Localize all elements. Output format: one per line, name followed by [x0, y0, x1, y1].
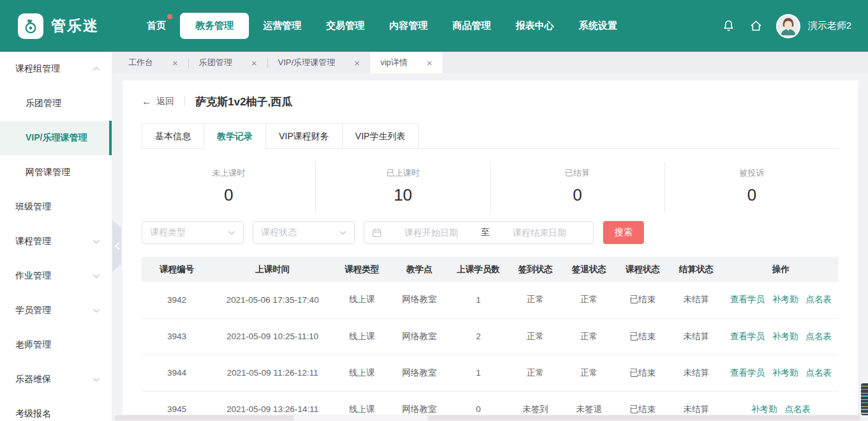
table-cell-checkin: 正常 — [509, 355, 562, 391]
sidebar-item[interactable]: 考级报名 — [0, 397, 112, 421]
row-action-link[interactable]: 补考勤 — [772, 295, 798, 304]
table-cell-status: 已结束 — [616, 391, 670, 415]
table-row: 39442021-05-09 11:26-12:11线上课网络教室1正常正常已结… — [142, 355, 839, 391]
back-button[interactable]: ← 返回 — [142, 96, 174, 107]
sidebar-item[interactable]: 课程管理 — [0, 224, 112, 259]
search-button[interactable]: 搜索 — [603, 221, 644, 244]
sidebar-item[interactable]: 学员管理 — [0, 293, 112, 328]
chevron-down-icon — [339, 229, 347, 236]
detail-card: ← 返回 萨克斯1v2柚子,西瓜 基本信息教学记录VIP课程财务VIP学生列表 … — [123, 80, 858, 415]
nav-menu-item-label: 商品管理 — [453, 20, 491, 31]
table-cell-checkout: 正常 — [562, 282, 616, 318]
collapse-sidebar-handle[interactable] — [112, 220, 121, 272]
bell-icon[interactable] — [721, 19, 736, 33]
sidebar-item-label: 作业管理 — [15, 270, 51, 282]
top-navbar: 管乐迷 首页教务管理运营管理交易管理内容管理商品管理报表中心系统设置 — [0, 0, 868, 52]
table-cell-id: 3942 — [142, 282, 212, 318]
sidebar-item-label: 课程组管理 — [15, 63, 60, 75]
home-icon[interactable] — [749, 19, 763, 33]
row-action-link[interactable]: 点名表 — [806, 368, 832, 378]
horizontal-scrollbar[interactable] — [115, 415, 860, 420]
content-area: ← 返回 萨克斯1v2柚子,西瓜 基本信息教学记录VIP课程财务VIP学生列表 … — [112, 73, 868, 421]
table-column-header: 课程编号 — [142, 257, 212, 282]
lesson-table-wrap: 课程编号上课时间课程类型教学点上课学员数签到状态签退状态课程状态结算状态操作 3… — [142, 257, 839, 415]
row-action-link[interactable]: 补考勤 — [772, 332, 798, 341]
close-icon[interactable]: × — [427, 58, 433, 68]
table-cell-actions: 查看学员补考勤点名表 — [723, 318, 839, 355]
brand-name: 管乐迷 — [51, 16, 99, 36]
sidebar-menu: 课程组管理乐团管理VIP/乐理课管理网管课管理班级管理课程管理作业管理学员管理老… — [0, 52, 112, 421]
row-action-link[interactable]: 点名表 — [806, 295, 832, 304]
date-start-input[interactable] — [385, 227, 477, 238]
workspace-tab-label: vip详情 — [380, 57, 408, 68]
date-range-picker[interactable]: 至 — [364, 221, 594, 244]
course-status-select[interactable]: 课程状态 — [253, 221, 355, 244]
scrollbar-thumb[interactable] — [294, 415, 428, 420]
workspace-tab[interactable]: 工作台× — [118, 52, 188, 73]
sidebar-item[interactable]: 作业管理 — [0, 259, 112, 293]
nav-menu-item[interactable]: 商品管理 — [442, 13, 502, 38]
workspace-tab-label: VIP/乐理课管理 — [278, 57, 336, 68]
chevron-down-icon — [93, 307, 100, 314]
workspace-tab[interactable]: vip详情× — [370, 52, 442, 73]
nav-menu-item[interactable]: 首页 — [136, 13, 177, 38]
stat-label: 未上课时 — [142, 167, 315, 179]
row-action-link[interactable]: 点名表 — [785, 404, 811, 414]
chevron-left-icon — [114, 242, 120, 250]
side-widget[interactable] — [861, 383, 868, 415]
table-cell-checkout: 正常 — [562, 355, 616, 391]
table-cell-students: 1 — [448, 355, 509, 391]
sidebar-subitem[interactable]: VIP/乐理课管理 — [0, 121, 112, 155]
nav-menu-item[interactable]: 运营管理 — [252, 13, 312, 38]
nav-menu-item[interactable]: 教务管理 — [180, 13, 249, 39]
close-icon[interactable]: × — [354, 58, 360, 68]
date-end-input[interactable] — [494, 227, 586, 238]
sidebar-item[interactable]: 班级管理 — [0, 190, 112, 224]
sidebar-item[interactable]: 课程组管理 — [0, 52, 112, 86]
workspace-tab-label: 工作台 — [128, 57, 153, 68]
nav-menu-item-label: 交易管理 — [326, 20, 364, 31]
chevron-down-icon — [228, 229, 236, 236]
row-action-link[interactable]: 查看学员 — [730, 368, 765, 378]
sidebar-item[interactable]: 老师管理 — [0, 328, 112, 362]
sidebar-subitem[interactable]: 乐团管理 — [0, 86, 112, 121]
table-cell-checkout: 正常 — [562, 318, 616, 355]
sidebar-item[interactable]: 乐器维保 — [0, 362, 112, 397]
row-action-link[interactable]: 查看学员 — [730, 295, 765, 304]
table-cell-settle: 未结算 — [670, 391, 723, 415]
workspace-tab[interactable]: 乐团管理× — [189, 52, 267, 73]
row-action-link[interactable]: 补考勤 — [751, 404, 777, 414]
stat-block: 未上课时0 — [142, 162, 316, 213]
detail-tab[interactable]: VIP学生列表 — [342, 123, 419, 148]
stat-label: 被投诉 — [665, 167, 839, 179]
close-icon[interactable]: × — [172, 58, 178, 68]
course-type-select[interactable]: 课程类型 — [142, 221, 244, 244]
workspace-tab[interactable]: VIP/乐理课管理× — [268, 52, 370, 73]
nav-menu-item[interactable]: 系统设置 — [568, 13, 628, 38]
row-action-link[interactable]: 查看学员 — [730, 332, 765, 341]
table-column-header: 结算状态 — [670, 257, 723, 282]
table-cell-actions: 查看学员补考勤点名表 — [723, 282, 839, 318]
table-body: 39422021-05-06 17:35-17:40线上课网络教室1正常正常已结… — [142, 282, 839, 415]
nav-menu-item[interactable]: 报表中心 — [505, 13, 565, 38]
detail-tab[interactable]: VIP课程财务 — [266, 123, 342, 148]
user-name[interactable]: 演示老师2 — [808, 20, 851, 32]
row-action-link[interactable]: 补考勤 — [772, 368, 798, 378]
back-arrow-icon: ← — [142, 96, 152, 107]
nav-menu-item[interactable]: 交易管理 — [315, 13, 375, 38]
close-icon[interactable]: × — [251, 58, 257, 68]
header-divider — [184, 96, 185, 107]
table-cell-time: 2021-05-09 11:26-12:11 — [212, 355, 333, 391]
nav-menu-item[interactable]: 内容管理 — [378, 13, 438, 38]
brand[interactable]: 管乐迷 — [18, 13, 99, 39]
table-cell-location: 网络教室 — [391, 318, 448, 355]
main-layout: 课程组管理乐团管理VIP/乐理课管理网管课管理班级管理课程管理作业管理学员管理老… — [0, 52, 868, 421]
table-cell-id: 3944 — [142, 355, 212, 391]
row-action-link[interactable]: 点名表 — [806, 332, 832, 341]
sidebar-subitem-label: 乐团管理 — [26, 98, 61, 109]
detail-tab[interactable]: 教学记录 — [204, 123, 266, 148]
sidebar-subitem[interactable]: 网管课管理 — [0, 155, 112, 190]
detail-tab[interactable]: 基本信息 — [142, 123, 204, 148]
course-status-placeholder: 课程状态 — [261, 227, 297, 238]
avatar[interactable] — [776, 14, 800, 38]
